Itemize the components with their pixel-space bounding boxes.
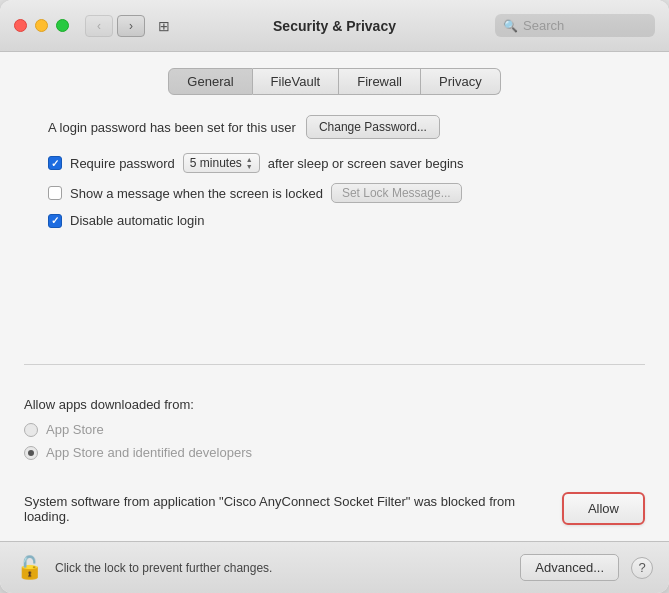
change-password-button[interactable]: Change Password... xyxy=(306,115,440,139)
tabs: General FileVault Firewall Privacy xyxy=(24,68,645,95)
grid-button[interactable]: ⊞ xyxy=(153,15,175,37)
require-password-checkbox[interactable] xyxy=(48,156,62,170)
traffic-lights xyxy=(14,19,69,32)
nav-buttons: ‹ › xyxy=(85,15,145,37)
set-lock-message-button[interactable]: Set Lock Message... xyxy=(331,183,462,203)
titlebar: ‹ › ⊞ Security & Privacy 🔍 xyxy=(0,0,669,52)
downloads-section: Allow apps downloaded from: App Store Ap… xyxy=(0,381,669,484)
login-section: A login password has been set for this u… xyxy=(24,115,645,238)
back-button[interactable]: ‹ xyxy=(85,15,113,37)
tab-firewall[interactable]: Firewall xyxy=(339,68,421,95)
allow-button[interactable]: Allow xyxy=(562,492,645,525)
app-store-identified-label: App Store and identified developers xyxy=(46,445,252,460)
lock-icon[interactable]: 🔓 xyxy=(16,555,43,581)
disable-autologin-label: Disable automatic login xyxy=(70,213,204,228)
lock-text: Click the lock to prevent further change… xyxy=(55,561,508,575)
close-button[interactable] xyxy=(14,19,27,32)
app-store-identified-radio-row: App Store and identified developers xyxy=(24,445,645,460)
show-message-checkbox[interactable] xyxy=(48,186,62,200)
disable-autologin-checkbox[interactable] xyxy=(48,214,62,228)
require-password-row: Require password 5 minutes ▲ ▼ after sle… xyxy=(48,153,621,173)
blocked-text: System software from application "Cisco … xyxy=(24,494,546,524)
password-timing-select[interactable]: 5 minutes ▲ ▼ xyxy=(183,153,260,173)
search-icon: 🔍 xyxy=(503,19,518,33)
app-store-identified-radio[interactable] xyxy=(24,446,38,460)
downloads-label: Allow apps downloaded from: xyxy=(24,397,645,412)
forward-button[interactable]: › xyxy=(117,15,145,37)
tab-filevault[interactable]: FileVault xyxy=(253,68,340,95)
app-store-radio-row: App Store xyxy=(24,422,645,437)
login-row: A login password has been set for this u… xyxy=(48,115,621,139)
section-divider xyxy=(24,364,645,365)
minimize-button[interactable] xyxy=(35,19,48,32)
login-description: A login password has been set for this u… xyxy=(48,120,296,135)
blocked-section: System software from application "Cisco … xyxy=(0,484,669,541)
maximize-button[interactable] xyxy=(56,19,69,32)
show-message-row: Show a message when the screen is locked… xyxy=(48,183,621,203)
require-password-suffix: after sleep or screen saver begins xyxy=(268,156,464,171)
advanced-button[interactable]: Advanced... xyxy=(520,554,619,581)
main-content: General FileVault Firewall Privacy A log… xyxy=(0,52,669,541)
show-message-label: Show a message when the screen is locked xyxy=(70,186,323,201)
tab-privacy[interactable]: Privacy xyxy=(421,68,501,95)
disable-autologin-row: Disable automatic login xyxy=(48,213,621,228)
search-input[interactable] xyxy=(523,18,647,33)
app-store-label: App Store xyxy=(46,422,104,437)
bottom-bar: 🔓 Click the lock to prevent further chan… xyxy=(0,541,669,593)
window: ‹ › ⊞ Security & Privacy 🔍 General FileV… xyxy=(0,0,669,593)
app-store-radio[interactable] xyxy=(24,423,38,437)
help-button[interactable]: ? xyxy=(631,557,653,579)
window-title: Security & Privacy xyxy=(273,18,396,34)
tab-general[interactable]: General xyxy=(168,68,252,95)
require-password-label: Require password xyxy=(70,156,175,171)
search-box[interactable]: 🔍 xyxy=(495,14,655,37)
content-area: General FileVault Firewall Privacy A log… xyxy=(0,52,669,348)
select-arrows-icon: ▲ ▼ xyxy=(246,156,253,170)
